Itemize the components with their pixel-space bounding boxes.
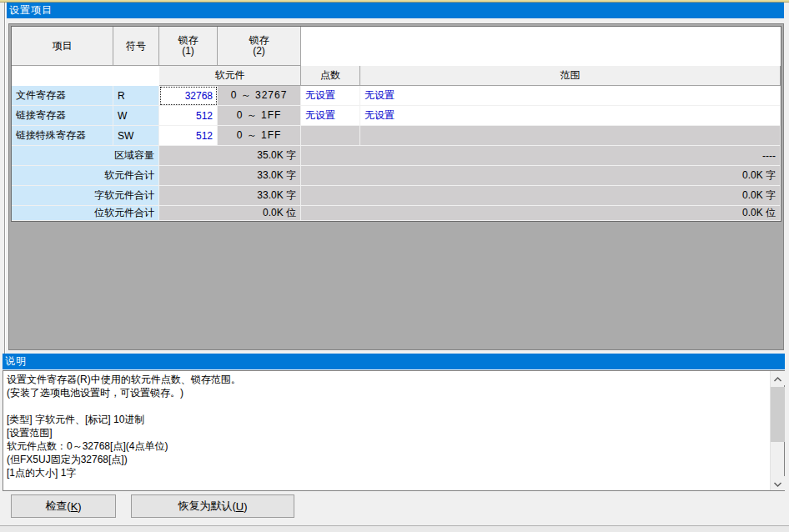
col-header-range: 范围 — [360, 66, 781, 86]
description-box: 设置文件寄存器(R)中使用的软元件点数、锁存范围。 (安装了选项电池设置时，可设… — [3, 370, 785, 491]
chevron-up-icon — [774, 373, 781, 384]
row-link-special-register-points-cell[interactable]: 512 — [159, 126, 218, 146]
device-settings-panel: 项目 符号 软元件 锁存 (1) 锁存 (2) 点数 范围 文件寄存器 R 32… — [8, 23, 784, 350]
description-section-header: 说明 — [3, 354, 785, 369]
description-line: [设置范围] — [7, 426, 766, 439]
col-header-symbol: 符号 — [113, 27, 159, 66]
device-settings-table: 项目 符号 软元件 锁存 (1) 锁存 (2) 点数 范围 文件寄存器 R 32… — [11, 26, 781, 222]
col-header-latch2: 锁存 (2) — [218, 27, 301, 66]
total-word-device-latch-value: 0.0K 字 — [301, 186, 781, 206]
row-link-special-register-item: 链接特殊寄存器 — [12, 126, 113, 146]
description-line: [1点的大小] 1字 — [7, 466, 766, 479]
row-link-register-latch2-cell[interactable]: 无设置 — [360, 106, 781, 126]
row-file-register-points-cell[interactable]: 32768 — [159, 86, 218, 106]
total-device-latch-value: 0.0K 字 — [301, 166, 781, 186]
total-area-capacity-value: 35.0K 字 — [159, 146, 301, 166]
total-bit-device-value: 0.0K 位 — [159, 206, 301, 221]
settings-section-header: 设置项目 — [7, 3, 784, 18]
row-link-special-register-symbol: SW — [113, 126, 159, 146]
row-file-register-symbol: R — [113, 86, 159, 106]
dialog-button-row: 检查(K) 恢复为默认(U) — [11, 494, 294, 518]
row-link-special-register-latch2-cell — [360, 126, 781, 146]
scrollbar-down-button[interactable] — [771, 476, 785, 490]
row-link-register-range: 0 ～ 1FF — [218, 106, 301, 126]
description-section-title: 说明 — [5, 354, 27, 369]
total-bit-device-label: 位软元件合计 — [12, 206, 159, 221]
row-file-register-latch2-cell[interactable]: 无设置 — [360, 86, 781, 106]
row-link-register-item: 链接寄存器 — [12, 106, 113, 126]
settings-section-title: 设置项目 — [9, 3, 53, 18]
total-device-value: 33.0K 字 — [159, 166, 301, 186]
col-header-latch1: 锁存 (1) — [159, 27, 218, 66]
description-line: (但FX5UJ固定为32768[点]) — [7, 453, 766, 466]
description-line: [类型] 字软元件、[标记] 10进制 — [7, 413, 766, 426]
row-file-register-range: 0 ～ 32767 — [218, 86, 301, 106]
restore-default-button[interactable]: 恢复为默认(U) — [131, 494, 294, 518]
scrollbar-thumb[interactable] — [771, 387, 785, 442]
row-link-special-register-range: 0 ～ 1FF — [218, 126, 301, 146]
row-link-register-points-cell[interactable]: 512 — [159, 106, 218, 126]
check-button[interactable]: 检查(K) — [11, 494, 116, 518]
description-line: (安装了选项电池设置时，可设置锁存。) — [7, 386, 766, 399]
chevron-down-icon — [774, 478, 781, 489]
col-header-device-group: 软元件 — [159, 66, 301, 86]
col-header-points: 点数 — [301, 66, 360, 86]
total-word-device-value: 33.0K 字 — [159, 186, 301, 206]
row-link-special-register-latch1-cell — [301, 126, 360, 146]
row-link-register-latch1-cell[interactable]: 无设置 — [301, 106, 360, 126]
description-line: 软元件点数：0～32768[点](4点单位) — [7, 439, 766, 453]
description-line: 设置文件寄存器(R)中使用的软元件点数、锁存范围。 — [7, 373, 766, 386]
description-text: 设置文件寄存器(R)中使用的软元件点数、锁存范围。 (安装了选项电池设置时，可设… — [3, 371, 769, 490]
total-device-label: 软元件合计 — [12, 166, 159, 186]
row-link-register-symbol: W — [113, 106, 159, 126]
total-bit-device-latch-value: 0.0K 位 — [301, 206, 781, 221]
row-file-register-item: 文件寄存器 — [12, 86, 113, 106]
col-header-item: 项目 — [12, 27, 113, 66]
left-splitter-groove — [4, 3, 5, 357]
description-scrollbar[interactable] — [770, 371, 784, 490]
row-file-register-latch1-cell[interactable]: 无设置 — [301, 86, 360, 106]
bottom-edge-strip — [0, 525, 789, 532]
total-area-capacity-latch-value: ---- — [301, 146, 781, 166]
total-word-device-label: 字软元件合计 — [12, 186, 159, 206]
total-area-capacity-label: 区域容量 — [12, 146, 159, 166]
scrollbar-up-button[interactable] — [771, 371, 785, 385]
description-line — [7, 399, 766, 413]
